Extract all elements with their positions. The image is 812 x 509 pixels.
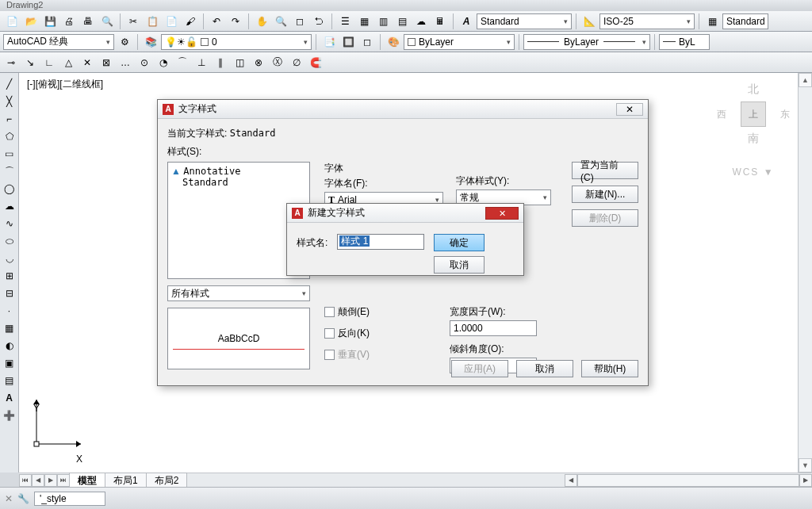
calc-icon[interactable]: 🖩 [431,13,449,30]
close-icon[interactable]: ✕ [616,103,643,116]
command-input[interactable]: '_style [34,492,105,506]
text-style-titlebar[interactable]: A 文字样式 ✕ [158,100,648,119]
backwards-checkbox[interactable] [324,328,335,339]
snap-intersection-icon[interactable]: ✕ [79,55,95,71]
insert-icon[interactable]: ⊞ [2,268,17,284]
snap-quadrant-icon[interactable]: ◔ [155,55,171,71]
plot-icon[interactable]: 🖶 [79,13,97,30]
snap-appint-icon[interactable]: ⊠ [98,55,114,71]
snap-perpendicular-icon[interactable]: ⊥ [193,55,209,71]
snap-center-icon[interactable]: ⊙ [136,55,152,71]
tab-first-icon[interactable]: ⏮ [19,474,32,487]
polygon-icon[interactable]: ⬠ [2,128,17,144]
paste-icon[interactable]: 📄 [163,13,180,30]
viewport-label[interactable]: [-][俯视][二维线框] [27,78,103,91]
tpalette-icon[interactable]: ▥ [374,13,392,30]
widthfactor-input[interactable]: 1.0000 [450,320,537,336]
tab-model[interactable]: 模型 [69,473,105,488]
match-icon[interactable]: 🖌 [182,13,199,30]
zoomprev-icon[interactable]: ⮌ [310,13,327,30]
dimstyle-icon[interactable]: 📐 [580,13,598,30]
snap-insert-icon[interactable]: ◫ [232,55,247,71]
help-button[interactable]: 帮助(H) [581,360,638,377]
dcenter-icon[interactable]: ▦ [355,13,373,30]
sheet-icon[interactable]: ▤ [393,13,411,30]
layer-combo[interactable]: 💡 ☀ 🔓 0 ▾ [161,34,312,50]
tab-last-icon[interactable]: ⏭ [57,474,70,487]
viewcube-north[interactable]: 北 [717,82,790,97]
spline-icon[interactable]: ∿ [2,216,17,232]
style-filter-combo[interactable]: 所有样式▾ [167,285,310,301]
viewcube-east[interactable]: 东 [780,108,790,121]
style-list-item[interactable]: Standard [171,177,306,188]
viewcube-west[interactable]: 西 [717,108,726,121]
cancel-button[interactable]: 取消 [434,256,485,274]
xline-icon[interactable]: ╳ [2,94,17,109]
viewcube-top[interactable]: 上 [741,101,766,127]
snap-settings-icon[interactable]: 🧲 [308,55,324,71]
cut-icon[interactable]: ✂ [124,13,142,30]
copy-icon[interactable]: 📋 [144,13,161,30]
point-icon[interactable]: · [2,303,17,319]
pline-icon[interactable]: ⌐ [2,111,17,127]
zoom-icon[interactable]: 🔍 [272,13,289,30]
style-name-input[interactable]: 样式 1 [337,234,424,250]
new-icon[interactable]: 📄 [3,13,21,30]
dimstyle-combo[interactable]: ISO-25▾ [599,13,695,29]
snap-nearest-icon[interactable]: Ⓧ [270,55,285,71]
vertical-scrollbar[interactable]: ▲ ▼ [798,73,812,473]
region-icon[interactable]: ▣ [2,355,17,371]
color-icon[interactable]: 🎨 [385,33,402,51]
tab-layout2[interactable]: 布局2 [146,473,188,488]
rectangle-icon[interactable]: ▭ [2,146,17,162]
table-icon[interactable]: ▤ [2,373,17,388]
revcloud-icon[interactable]: ☁ [2,198,17,214]
set-current-button[interactable]: 置为当前(C) [572,162,638,179]
snap-tangent-icon[interactable]: ⌒ [174,55,190,71]
snap-parallel-icon[interactable]: ∥ [213,55,228,71]
style-list-item[interactable]: ▲ Annotative [171,166,306,177]
saveas-icon[interactable]: 🖨 [60,13,78,30]
save-icon[interactable]: 💾 [41,13,59,30]
redo-icon[interactable]: ↷ [227,13,244,30]
layeriso-icon[interactable]: 🔲 [339,33,357,51]
hscroll-track[interactable] [577,474,799,487]
snap-node-icon[interactable]: ⊗ [251,55,266,71]
open-icon[interactable]: 📂 [22,13,40,30]
mtext-icon[interactable]: A [2,390,17,406]
layerstate-icon[interactable]: 📑 [320,33,338,51]
scroll-down-icon[interactable]: ▼ [799,458,812,473]
gradient-icon[interactable]: ◐ [2,338,17,354]
hatch-icon[interactable]: ▦ [2,320,17,336]
snap-extension-icon[interactable]: … [117,55,133,71]
ok-button[interactable]: 确定 [434,234,485,251]
new-style-button[interactable]: 新建(N)... [572,186,638,203]
props-icon[interactable]: ☰ [336,13,354,30]
arc-icon[interactable]: ⌒ [2,163,17,179]
tablestyle-combo[interactable]: Standard [722,13,768,29]
cmd-wrench-icon[interactable]: 🔧 [17,493,29,504]
pan-icon[interactable]: ✋ [253,13,270,30]
viewcube[interactable]: 北 西 上 东 南 WCS ▼ [717,82,790,193]
tab-next-icon[interactable]: ▶ [44,474,57,487]
linetype-combo[interactable]: ByLayer ▾ [523,34,650,50]
ws-settings-icon[interactable]: ⚙ [116,33,133,51]
tablestyle-icon[interactable]: ▦ [703,13,721,30]
cmd-close-icon[interactable]: ✕ [5,493,13,504]
tab-prev-icon[interactable]: ◀ [32,474,44,487]
tab-layout1[interactable]: 布局1 [105,473,147,488]
ellipsearc-icon[interactable]: ◡ [2,251,17,266]
color-combo[interactable]: ByLayer▾ [404,34,515,50]
close-icon[interactable]: ✕ [485,207,519,220]
layer-props-icon[interactable]: 📚 [142,33,159,51]
line-icon[interactable]: ╱ [2,76,17,92]
scroll-up-icon[interactable]: ▲ [799,73,812,87]
addselected-icon[interactable]: ➕ [2,408,17,423]
snap-midpoint-icon[interactable]: △ [60,55,76,71]
cancel-button[interactable]: 取消 [516,360,573,377]
snap-temp-track-icon[interactable]: ⊸ [3,55,19,71]
ellipse-icon[interactable]: ⬭ [2,233,17,249]
viewcube-south[interactable]: 南 [717,132,790,146]
textstyle-icon[interactable]: A [458,13,475,30]
circle-icon[interactable]: ◯ [2,181,17,197]
